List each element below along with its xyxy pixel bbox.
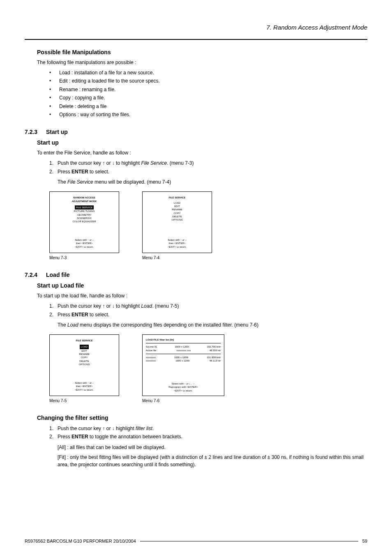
menu-heading: FILE SERVICE: [54, 339, 115, 342]
bullet-text: Rename : renaming a file.: [59, 85, 115, 94]
bullet-text: Copy : copying a file.: [59, 94, 105, 102]
menu-heading: RANDOM ACCESS ADJUSTMENT MODE: [54, 196, 115, 203]
section-7-2-4: 7.2.4 Load file: [25, 272, 367, 278]
footer-left: R5976562 BARCOSLM G10 PERFORMER 20/10/20…: [25, 539, 136, 543]
menu-selected-item: LOAD: [80, 345, 89, 349]
step-2: 2. Press ENTER to select.: [49, 311, 367, 319]
filter-all-desc: [All] : all files that can be loaded wil…: [58, 444, 367, 451]
list-item: •Copy : copying a file.: [49, 94, 367, 102]
step-1: 1. Push the cursor key ↑ or ↓ to highlig…: [49, 159, 367, 167]
menu-caption: Menu 7-5: [49, 398, 119, 403]
menu-items: LOAD EDIT RENAME COPY DELETE OPTIONS: [147, 201, 208, 222]
menu-footer: Select with ↑ or ↓ then <ENTER> <EXIT> t…: [54, 238, 115, 249]
page-footer: R5976562 BARCOSLM G10 PERFORMER 20/10/20…: [25, 539, 367, 543]
table-row: Source 011600 x 1200i102.796 kHz: [146, 345, 221, 348]
list-item: •Rename : renaming a file.: [49, 85, 367, 94]
startup-intro: To enter the File Service, handle as fol…: [37, 149, 367, 157]
startup-subheading: Start up: [37, 139, 367, 146]
header-rule: [25, 39, 367, 40]
menu-items: PICTURE TUNING GEOMETRY SCENERGIX COLOR …: [54, 210, 115, 223]
table-row: xxxxxxxx1600 x 1200i48.113 Hz: [146, 359, 221, 362]
menu-7-3: RANDOM ACCESS ADJUSTMENT MODE FILE SERVI…: [49, 191, 119, 260]
table-row: xxxxxxxx1600 x 1200i101.858 kHz: [146, 356, 221, 359]
menu-footer: Select with ↑ or ↓ , → Reprogram with <E…: [146, 382, 221, 392]
step-2-result: The Load menu displays the corresponding…: [58, 321, 367, 329]
menu-footer: Select with ↑ or ↓ then <ENTER> <EXIT> t…: [147, 238, 208, 249]
menu-caption: Menu 7-6: [142, 398, 224, 403]
step-1: 1. Push the cursor key ↑ or ↓ to highlig…: [49, 302, 367, 310]
list-item: •Delete : deleting a file: [49, 102, 367, 111]
menu-caption: Menu 7-3: [49, 256, 119, 260]
bullet-text: Options : way of sorting the files.: [59, 111, 130, 119]
loadfile-subheading: Start up Load file: [37, 282, 367, 289]
menu-heading: FILE SERVICE: [147, 196, 208, 199]
step-2: 2. Press ENTER to toggle the annotation …: [49, 433, 367, 441]
bullet-text: Load : installation of a file for a new …: [59, 69, 154, 77]
list-item: •Options : way of sorting the files.: [49, 111, 367, 119]
section-number: 7.2.4: [25, 272, 46, 278]
page-number: 59: [362, 539, 367, 543]
menu-7-5: FILE SERVICE LOAD EDIT RENAME COPY DELET…: [49, 334, 119, 403]
list-item: •Edit : editing a loaded file to the sou…: [49, 77, 367, 85]
section-title: Load file: [46, 272, 70, 278]
menu-heading: LOAD FILE filter list [fit]: [146, 338, 221, 341]
menu-footer: Select with ↑ or ↓ then <ENTER> <EXIT> t…: [54, 381, 115, 391]
pfm-intro: The following file manipulations are pos…: [37, 59, 367, 66]
chapter-header: 7. Random Access Adjustment Mode: [25, 24, 367, 33]
step-2: 2. Press ENTER to select.: [49, 168, 367, 176]
step-2-result: The File Service menu will be displayed.…: [58, 178, 367, 186]
menu-7-4: FILE SERVICE LOAD EDIT RENAME COPY DELET…: [142, 191, 212, 260]
list-item: •Load : installation of a file for a new…: [49, 69, 367, 77]
loadfile-intro: To start up the load file, handle as fol…: [37, 292, 367, 299]
menu-7-6: LOAD FILE filter list [fit] Source 01160…: [142, 334, 224, 403]
menu-caption: Menu 7-4: [142, 256, 212, 260]
step-1: 1. Push the cursor key ↑ or ↓ highlight …: [49, 424, 367, 433]
table-row: Active file :xxxxxxxx.xxx48.550 Hz: [146, 349, 221, 352]
bullet-text: Edit : editing a loaded file to the sour…: [59, 77, 160, 85]
possible-file-manipulations-heading: Possible file Manipulations: [37, 49, 367, 55]
section-title: Start up: [46, 129, 68, 135]
footer-rule: [140, 541, 358, 541]
bullet-text: Delete : deleting a file: [59, 102, 106, 111]
section-7-2-3: 7.2.3 Start up: [25, 129, 367, 135]
changing-filter-heading: Changing the filter setting: [37, 415, 367, 421]
filter-fit-desc: [Fit] : only the best fitting files will…: [58, 454, 367, 468]
menu-items: EDIT RENAME COPY DELETE OPTIONS: [54, 349, 115, 366]
section-number: 7.2.3: [25, 129, 46, 135]
menu-selected-item: FILE SERVICE: [75, 205, 94, 210]
